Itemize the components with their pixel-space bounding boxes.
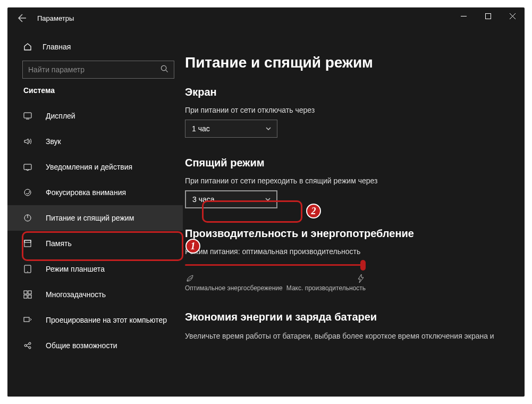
sidebar-item-display[interactable]: Дисплей (7, 103, 183, 129)
minimize-button[interactable] (451, 7, 476, 24)
storage-icon (22, 239, 33, 248)
svg-rect-2 (24, 113, 31, 118)
app-title: Параметры (37, 14, 74, 22)
titlebar: Параметры (7, 7, 525, 29)
perf-heading: Производительность и энергопотребление (185, 228, 514, 240)
sidebar-item-label: Питание и спящий режим (46, 214, 134, 222)
sidebar-item-sound[interactable]: Звук (7, 129, 183, 154)
focus-icon (22, 188, 33, 197)
slider-captions: Оптимальное энергосбережение Макс. произ… (185, 284, 366, 292)
sidebar-item-label: Многозадачность (46, 290, 106, 299)
sidebar-nav: ДисплейЗвукУведомления и действияФокусир… (7, 103, 183, 358)
sidebar-item-shared[interactable]: Общие возможности (7, 333, 183, 358)
sidebar-home-label: Главная (43, 43, 71, 51)
power-mode-slider[interactable] (185, 261, 366, 270)
tablet-icon (22, 265, 33, 273)
svg-point-1 (161, 65, 166, 70)
sleep-label: При питании от сети переходить в спящий … (185, 176, 514, 185)
svg-rect-9 (24, 291, 27, 294)
sidebar-item-storage[interactable]: Память (7, 231, 183, 256)
sidebar-item-label: Проецирование на этот компьютер (46, 316, 167, 324)
back-icon (18, 14, 27, 22)
slider-thumb[interactable] (360, 260, 366, 271)
search-icon (161, 65, 168, 75)
display-icon (22, 112, 33, 120)
sidebar-item-label: Общие возможности (46, 341, 117, 350)
sidebar-item-label: Фокусировка внимания (46, 188, 126, 197)
power-icon (22, 214, 33, 222)
svg-point-14 (24, 344, 27, 347)
sleep-section: Спящий режим При питании от сети переход… (185, 157, 514, 208)
sidebar-home[interactable]: Главная (22, 35, 174, 58)
multitask-icon (22, 290, 33, 299)
leaf-icon (185, 274, 195, 283)
sidebar-item-label: Уведомления и действия (46, 163, 132, 171)
sidebar-item-multitask[interactable]: Многозадачность (7, 282, 183, 307)
screen-label: При питании от сети отключать через (185, 106, 514, 114)
shared-icon (22, 341, 33, 350)
sidebar-item-label: Дисплей (46, 112, 75, 120)
notifications-icon (22, 163, 33, 171)
annotation-marker-2: 2 (306, 204, 321, 218)
close-button[interactable] (500, 7, 525, 24)
svg-rect-5 (24, 240, 31, 247)
sidebar: Главная Система ДисплейЗвукУведомления и… (7, 29, 183, 397)
screen-value: 1 час (192, 124, 210, 133)
svg-point-8 (27, 271, 28, 272)
page-title: Питание и спящий режим (185, 54, 514, 71)
chevron-down-icon (265, 125, 272, 132)
perf-mode-label: Режим питания: оптимальная производитель… (185, 247, 514, 256)
sleep-value: 3 часа (192, 195, 215, 204)
window-controls (451, 7, 525, 24)
sidebar-item-tablet[interactable]: Режим планшета (7, 256, 183, 282)
perf-right: Макс. производительность (286, 284, 366, 292)
svg-rect-12 (28, 295, 31, 298)
svg-rect-10 (28, 291, 31, 294)
back-button[interactable] (16, 12, 29, 24)
project-icon (22, 316, 33, 324)
screen-dropdown[interactable]: 1 час (185, 120, 277, 138)
settings-window: Параметры Главная Система ДисплейЗвукУве… (7, 7, 525, 397)
sidebar-item-notifications[interactable]: Уведомления и действия (7, 154, 183, 180)
svg-point-16 (29, 347, 31, 349)
annotation-marker-1: 1 (185, 239, 200, 254)
sidebar-item-focus[interactable]: Фокусировка внимания (7, 180, 183, 205)
sidebar-category: Система (23, 86, 174, 95)
chevron-down-icon (265, 196, 271, 203)
sound-icon (22, 137, 33, 146)
content: Питание и спящий режим Экран При питании… (183, 29, 525, 397)
svg-rect-13 (24, 317, 29, 322)
perf-left: Оптимальное энергосбережение (185, 284, 286, 292)
maximize-icon (485, 13, 491, 19)
sleep-heading: Спящий режим (185, 157, 514, 169)
sleep-dropdown[interactable]: 3 часа (185, 190, 277, 208)
sidebar-item-power[interactable]: Питание и спящий режим (7, 205, 183, 231)
battery-heading: Экономия энергии и заряда батареи (185, 311, 514, 323)
battery-desc: Увеличьте время работы от батареи, выбра… (185, 331, 514, 342)
screen-heading: Экран (185, 86, 514, 98)
home-icon (22, 43, 33, 51)
svg-point-15 (29, 342, 31, 344)
slider-track (185, 264, 366, 266)
perf-section: Производительность и энергопотребление Р… (185, 228, 514, 292)
slider-icons (185, 274, 366, 283)
svg-rect-0 (485, 13, 491, 19)
sidebar-item-project[interactable]: Проецирование на этот компьютер (7, 307, 183, 333)
screen-section: Экран При питании от сети отключать чере… (185, 86, 514, 138)
svg-rect-6 (24, 240, 31, 242)
maximize-button[interactable] (476, 7, 500, 24)
search-box[interactable] (22, 61, 174, 79)
minimize-icon (461, 13, 467, 19)
svg-rect-11 (24, 295, 27, 298)
bolt-icon (356, 274, 366, 283)
sidebar-item-label: Режим планшета (46, 265, 105, 273)
close-icon (510, 13, 516, 19)
search-input[interactable] (28, 65, 161, 74)
sidebar-item-label: Память (46, 239, 72, 248)
sidebar-item-label: Звук (46, 137, 61, 146)
svg-rect-3 (24, 164, 31, 170)
battery-section: Экономия энергии и заряда батареи Увелич… (185, 311, 514, 342)
